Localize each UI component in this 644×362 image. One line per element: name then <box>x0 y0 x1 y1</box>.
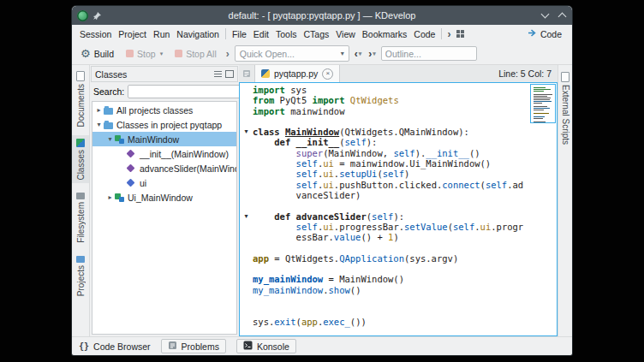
menu-bookmarks[interactable]: Bookmarks <box>359 28 411 40</box>
tab-pyqtapp[interactable]: pyqtapp.py × <box>254 65 340 82</box>
konsole-button[interactable]: Konsole <box>236 339 296 353</box>
code-line[interactable] <box>240 306 557 316</box>
back-arrow-icon: ‹ <box>355 48 358 60</box>
toolbar: ⚙ Build Stop ▾ Stop All › Quick Open... … <box>72 43 572 65</box>
expander-icon[interactable]: ▾ <box>106 135 114 143</box>
code-line[interactable]: my_mainWindow = MainWindow() <box>240 274 557 284</box>
expander-icon[interactable]: ▸ <box>106 193 114 201</box>
menu-project[interactable]: Project <box>115 28 150 40</box>
grid-icon[interactable] <box>456 30 464 38</box>
menu-navigation[interactable]: Navigation <box>173 28 223 40</box>
tree-item-ui[interactable]: ui <box>92 175 236 190</box>
code-line[interactable]: app = QtWidgets.QApplication(sys.argv) <box>240 253 557 264</box>
cursor-position: Line: 5 Col: 7 <box>498 65 558 82</box>
window-title: default: - [ pyqtapp:pyqtapp.py ] — KDev… <box>72 10 572 21</box>
fold-marker-icon <box>240 137 253 147</box>
code-browser-button[interactable]: {} Code Browser <box>79 341 151 352</box>
menu-tools[interactable]: Tools <box>272 28 301 40</box>
scrollbar-minimap[interactable] <box>530 84 556 123</box>
dock-tab-classes[interactable]: Classes <box>72 135 89 184</box>
expander-icon[interactable]: ▾ <box>95 121 103 128</box>
code-line[interactable] <box>240 295 557 306</box>
titlebar[interactable]: default: - [ pyqtapp:pyqtapp.py ] — KDev… <box>72 6 572 25</box>
build-button[interactable]: ⚙ Build <box>76 46 118 61</box>
expander-icon[interactable]: ▸ <box>95 106 103 114</box>
menu-group-session: SessionProjectRunNavigation <box>76 28 223 40</box>
tree-item-advanceslider-mainwindow-[interactable]: advanceSlider(MainWindow) <box>92 161 236 175</box>
toolbar-extension-chevron-icon[interactable]: › <box>224 48 231 60</box>
search-input[interactable] <box>128 85 250 98</box>
code-text: def advanceSlider(self): <box>253 211 404 222</box>
documents-icon <box>76 71 85 81</box>
menu-view[interactable]: View <box>332 28 359 40</box>
navigate-forward-button[interactable]: › ▾ <box>367 47 378 61</box>
left-dock-strip: DocumentsClassesFilesystemProjects <box>72 65 90 336</box>
field-icon <box>127 179 135 187</box>
code-line[interactable]: self.ui.progressBar.setValue(self.ui.pro… <box>240 222 557 232</box>
menu-overflow-chevron-icon[interactable]: › <box>444 28 453 40</box>
maximize-button[interactable] <box>557 10 567 21</box>
code-line[interactable]: essBar.value() + 1) <box>240 232 557 242</box>
code-line[interactable]: self.ui.setupUi(self) <box>240 169 557 179</box>
menu-edit[interactable]: Edit <box>250 28 272 40</box>
panel-menu-icon[interactable] <box>214 71 222 77</box>
dock-tab-label: Classes <box>76 150 86 181</box>
panel-float-icon[interactable] <box>225 70 234 78</box>
fold-marker-icon[interactable]: ▾ <box>240 211 253 222</box>
fold-marker-icon <box>240 295 253 306</box>
navigate-back-button[interactable]: ‹ ▾ <box>353 47 364 61</box>
menu-file[interactable]: File <box>229 28 250 40</box>
tree-item-mainwindow[interactable]: ▾MainWindow <box>92 132 236 146</box>
code-line[interactable]: import mainwindow <box>240 106 557 116</box>
document-list-icon[interactable] <box>239 65 254 82</box>
perspective-code-button[interactable]: Code <box>523 27 568 40</box>
code-line[interactable]: ▾class MainWindow(QtWidgets.QMainWindow)… <box>240 127 557 137</box>
menu-ctags[interactable]: CTags <box>300 28 332 40</box>
fold-marker-icon <box>240 158 253 169</box>
code-line[interactable] <box>240 264 557 274</box>
code-line[interactable] <box>240 200 557 211</box>
minimize-button[interactable] <box>540 10 550 21</box>
screen-background: default: - [ pyqtapp:pyqtapp.py ] — KDev… <box>0 0 644 362</box>
code-browser-label: Code Browser <box>93 341 151 352</box>
problems-button[interactable]: Problems <box>161 339 226 353</box>
code-line[interactable]: self.ui.pushButton.clicked.connect(self.… <box>240 180 557 190</box>
fold-marker-icon <box>240 106 253 116</box>
code-line[interactable]: import sys <box>240 85 557 95</box>
menu-run[interactable]: Run <box>150 28 173 40</box>
code-line[interactable]: from PyQt5 import QtWidgets <box>240 95 557 105</box>
stop-all-button[interactable]: Stop All <box>170 47 221 61</box>
filesystem-icon <box>76 193 85 199</box>
tree-item-classes-in-project-pyqtapp[interactable]: ▾Classes in project pyqtapp <box>92 117 236 132</box>
code-arrow-icon <box>528 28 537 39</box>
code-line[interactable]: my_mainWindow.show() <box>240 285 557 295</box>
dock-tab-documents[interactable]: Documents <box>72 68 89 131</box>
code-line[interactable]: ▾ def advanceSlider(self): <box>240 211 557 222</box>
code-view[interactable]: import sysfrom PyQt5 import QtWidgetsimp… <box>239 82 558 336</box>
outline-input[interactable] <box>381 46 477 61</box>
quick-open-combo[interactable]: Quick Open... ▾ <box>235 45 349 62</box>
fold-marker-icon[interactable]: ▾ <box>240 127 253 137</box>
dock-tab-filesystem[interactable]: Filesystem <box>72 187 89 246</box>
tree-item--init-mainwindow-[interactable]: __init__(MainWindow) <box>92 146 236 161</box>
tab-close-icon[interactable]: × <box>322 68 333 80</box>
code-line[interactable] <box>240 116 557 127</box>
menu-code[interactable]: Code <box>410 28 438 40</box>
code-line[interactable]: sys.exit(app.exec_()) <box>240 317 557 327</box>
fold-marker-icon <box>240 148 253 158</box>
fold-marker-icon <box>240 169 253 179</box>
konsole-label: Konsole <box>257 341 289 352</box>
menu-session[interactable]: Session <box>76 28 115 40</box>
code-line[interactable]: def __init__(self): <box>240 137 557 147</box>
code-line[interactable]: vanceSlider) <box>240 190 557 200</box>
perspective-label: Code <box>540 29 562 39</box>
code-line[interactable]: self.ui = mainwindow.Ui_MainWindow() <box>240 158 557 169</box>
stop-all-icon <box>175 50 182 57</box>
dock-tab-projects[interactable]: Projects <box>72 251 89 300</box>
tree-item-all-projects-classes[interactable]: ▸All projects classes <box>92 103 236 117</box>
stop-button[interactable]: Stop ▾ <box>122 47 167 61</box>
code-line[interactable] <box>240 242 557 252</box>
code-line[interactable]: super(MainWindow, self).__init__() <box>240 148 557 158</box>
dock-tab-external-scripts[interactable]: External Scripts <box>558 68 572 148</box>
tree-item-ui-mainwindow[interactable]: ▸Ui_MainWindow <box>92 190 236 205</box>
